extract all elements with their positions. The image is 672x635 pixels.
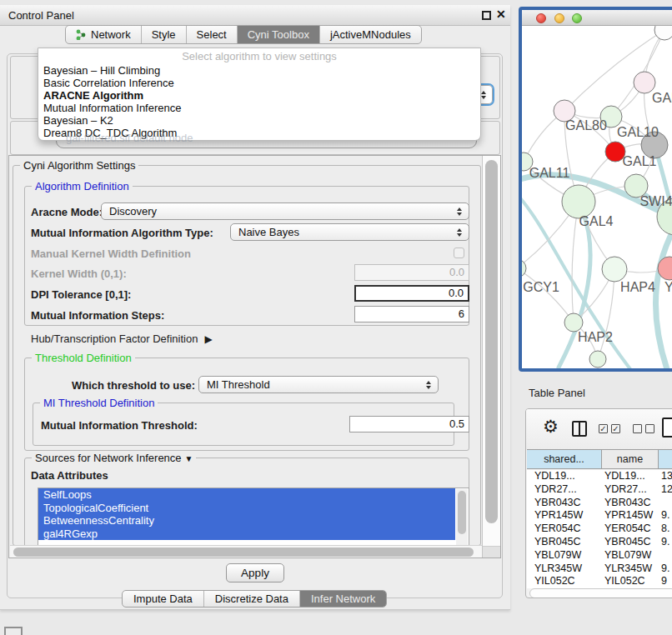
float-panel-icon[interactable] xyxy=(482,11,491,20)
algorithm-definition-title: Algorithm Definition xyxy=(32,180,133,192)
table-cell: YDL19... xyxy=(527,470,602,483)
settings-vertical-scrollbar[interactable] xyxy=(482,156,501,558)
table-cell: YBR043C xyxy=(527,497,602,510)
table-cell: 9 xyxy=(659,575,672,588)
hub-definition-toggle[interactable]: Hub/Transcription Factor Definition▶ xyxy=(31,332,213,345)
tab-label: jActiveMNodules xyxy=(330,28,411,41)
split-columns-icon[interactable] xyxy=(572,421,587,437)
tab-label: Style xyxy=(152,28,176,41)
algorithm-option[interactable]: Bayesian – K2 xyxy=(38,114,480,127)
manual-kernel-checkbox[interactable] xyxy=(454,248,464,258)
close-panel-icon[interactable]: ✕ xyxy=(496,8,506,21)
document-icon[interactable] xyxy=(662,418,672,438)
table-row[interactable]: YBL079WYBL079W xyxy=(527,549,672,562)
tab-network[interactable]: Network xyxy=(66,26,141,43)
collapsed-panel-chip[interactable] xyxy=(4,627,23,635)
kernel-width-label: Kernel Width (0,1): xyxy=(31,268,127,280)
cyni-algorithm-settings-title: Cyni Algorithm Settings xyxy=(20,159,138,172)
algorithm-option[interactable]: Basic Correlation Inference xyxy=(38,77,480,89)
table-cell: 9. xyxy=(659,562,672,576)
combo-spinner-icon xyxy=(457,208,462,216)
table-row[interactable]: YIL052CYIL052C9 xyxy=(527,575,672,588)
list-scrollbar-thumb[interactable] xyxy=(458,491,466,534)
tab-infer-network[interactable]: Infer Network xyxy=(299,591,386,607)
network-canvas[interactable]: GALGAL80GAL10GAL11GAL1SWI4GAL4GCY1HAP4YH… xyxy=(522,26,672,368)
table-row[interactable]: YBR043CYBR043C xyxy=(527,497,672,510)
unchecked-checkbox-icon[interactable] xyxy=(645,424,654,433)
tab-cyni-toolbox[interactable]: Cyni Toolbox xyxy=(237,26,319,43)
sources-group-title[interactable]: Sources for Network Inference▼ xyxy=(32,452,196,464)
control-panel-tabbar: NetworkStyleSelectCyni ToolboxjActiveMNo… xyxy=(65,25,422,44)
table-row[interactable]: YPR145WYPR145W9. xyxy=(527,509,672,522)
unchecked-checkbox-icon[interactable] xyxy=(633,424,642,433)
network-table-combo-label: gal-filtered.sif default node xyxy=(66,132,193,144)
tab-style[interactable]: Style xyxy=(141,26,186,43)
settings-vertical-scrollbar-thumb[interactable] xyxy=(485,160,498,523)
table-cell: YBR043C xyxy=(602,497,659,510)
checked-checkbox-icon[interactable]: ✓ xyxy=(611,424,620,433)
table-cell: YPR145W xyxy=(602,509,659,522)
algorithm-option[interactable]: Mutual Information Inference xyxy=(38,102,480,114)
network-view-window[interactable]: GALGAL80GAL10GAL11GAL1SWI4GAL4GCY1HAP4YH… xyxy=(519,7,672,372)
attribute-item[interactable]: gal4RGexp xyxy=(38,528,455,541)
table-row[interactable]: YBR045CYBR045C9. xyxy=(527,536,672,549)
mi-steps-field[interactable]: 6 xyxy=(354,306,469,322)
table-row[interactable]: YER054CYER054C8. xyxy=(527,522,672,536)
table-cell: YDL19... xyxy=(602,470,659,483)
table-cell: YIL052C xyxy=(527,575,602,588)
which-threshold-combo[interactable]: MI Threshold xyxy=(198,376,439,393)
data-attributes-list[interactable]: SelfLoopsTopologicalCoefficientBetweenne… xyxy=(38,488,469,554)
table-horizontal-scrollbar[interactable] xyxy=(529,588,672,598)
minimize-window-icon[interactable] xyxy=(554,13,564,23)
network-window-titlebar[interactable] xyxy=(522,10,672,26)
table-cell: YER054C xyxy=(527,522,602,536)
dpi-tolerance-field[interactable]: 0.0 xyxy=(354,285,469,302)
zoom-window-icon[interactable] xyxy=(572,13,582,23)
tab-label: Select xyxy=(197,28,227,41)
attribute-item[interactable]: TopologicalCoefficient xyxy=(38,502,455,515)
column-header[interactable]: name xyxy=(602,450,659,468)
table-row[interactable]: YDL19...YDL19...13 xyxy=(527,470,672,483)
control-panel-titlebar[interactable]: Control Panel ✕ xyxy=(0,5,510,26)
data-attributes-label: Data Attributes xyxy=(31,469,108,482)
algorithm-option[interactable]: ARACNE Algorithm xyxy=(38,89,480,102)
column-header[interactable]: shared... xyxy=(527,450,602,468)
tab-jactivemnodules[interactable]: jActiveMNodules xyxy=(319,26,421,43)
table-cell: YBL079W xyxy=(527,549,602,562)
aracne-mode-combo[interactable]: Discovery xyxy=(101,202,469,220)
kernel-width-field[interactable]: 0.0 xyxy=(354,264,469,281)
close-window-icon[interactable] xyxy=(536,13,546,23)
screen: Control Panel ✕ NetworkStyleSelectCyni T… xyxy=(0,0,672,635)
table-cell: 9. xyxy=(659,536,672,549)
table-row[interactable]: YLR345WYLR345W9. xyxy=(527,562,672,576)
attribute-item[interactable]: SelfLoops xyxy=(38,488,455,502)
algorithm-option[interactable]: Bayesian – Hill Climbing xyxy=(38,64,480,77)
table-toolbar: ⚙ ✓ ✓ xyxy=(526,409,672,449)
mi-threshold-field[interactable]: 0.5 xyxy=(349,416,469,432)
checked-checkbox-icon[interactable]: ✓ xyxy=(599,424,608,433)
svg-text:GAL4: GAL4 xyxy=(579,214,614,228)
tab-select[interactable]: Select xyxy=(186,26,237,43)
svg-text:GCY1: GCY1 xyxy=(523,280,559,294)
attribute-item[interactable]: BetweennessCentrality xyxy=(38,514,455,528)
list-scrollbar[interactable] xyxy=(456,489,468,552)
which-threshold-value: MI Threshold xyxy=(207,378,270,391)
svg-text:GAL80: GAL80 xyxy=(565,118,607,132)
table-panel-title: Table Panel xyxy=(529,387,585,399)
algorithm-dropdown-items: Bayesian – Hill ClimbingBasic Correlatio… xyxy=(38,64,480,139)
tab-impute-data[interactable]: Impute Data xyxy=(123,591,203,607)
tab-discretize-data[interactable]: Discretize Data xyxy=(203,591,299,607)
algorithm-dropdown[interactable]: Select algorithm to view settings Bayesi… xyxy=(38,48,481,141)
column-header[interactable] xyxy=(659,450,672,468)
apply-button[interactable]: Apply xyxy=(226,563,284,582)
table-row[interactable]: YDR27...YDR27...12 xyxy=(527,483,672,497)
cyni-settings-pane: Cyni Algorithm Settings Algorithm Defini… xyxy=(8,155,501,558)
aracne-mode-value: Discovery xyxy=(109,205,157,218)
tab-label: Network xyxy=(91,28,131,41)
mi-type-combo[interactable]: Naive Bayes xyxy=(230,223,469,241)
settings-horizontal-scrollbar-thumb[interactable] xyxy=(13,548,474,557)
network-graph[interactable]: GALGAL80GAL10GAL11GAL1SWI4GAL4GCY1HAP4YH… xyxy=(522,26,672,368)
gear-icon[interactable]: ⚙ xyxy=(543,417,559,437)
table-cell: YER054C xyxy=(602,522,659,536)
settings-horizontal-scrollbar[interactable] xyxy=(10,545,482,558)
